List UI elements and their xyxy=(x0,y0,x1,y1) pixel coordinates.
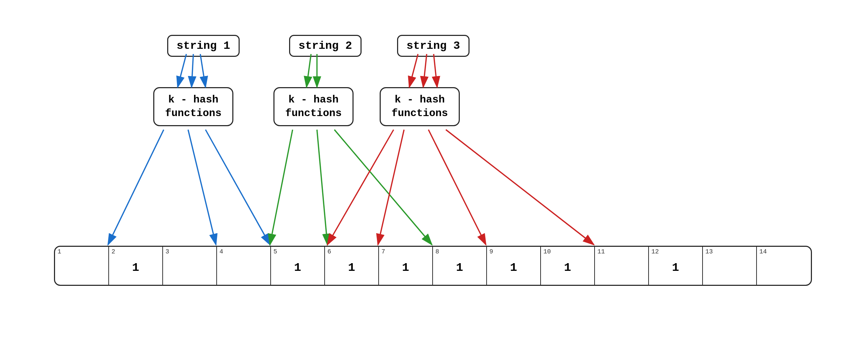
svg-line-15 xyxy=(317,130,327,245)
bloom-filter-array: 121345161718191101111211314 xyxy=(54,246,812,286)
cell-index-10: 10 xyxy=(543,248,551,255)
array-cell-14: 14 xyxy=(757,247,811,285)
cell-index-9: 9 xyxy=(489,248,493,255)
array-cell-4: 4 xyxy=(217,247,271,285)
cell-index-1: 1 xyxy=(57,248,61,255)
svg-line-20 xyxy=(446,130,594,245)
array-cell-5: 51 xyxy=(271,247,325,285)
cell-index-2: 2 xyxy=(111,248,115,255)
string2-box: string 2 xyxy=(289,35,362,57)
cell-value-2: 1 xyxy=(132,261,139,274)
array-cell-8: 81 xyxy=(433,247,487,285)
cell-index-3: 3 xyxy=(165,248,169,255)
svg-line-3 xyxy=(178,54,186,87)
svg-line-13 xyxy=(206,130,270,245)
string3-label: string 3 xyxy=(406,39,460,52)
svg-line-11 xyxy=(108,130,164,245)
hash-box-1: k - hashfunctions xyxy=(153,87,233,126)
cell-value-7: 1 xyxy=(402,261,409,274)
cell-value-9: 1 xyxy=(510,261,517,274)
hash1-label: k - hashfunctions xyxy=(165,94,222,119)
string2-label: string 2 xyxy=(299,39,352,52)
array-cell-13: 13 xyxy=(703,247,757,285)
string1-label: string 1 xyxy=(177,39,230,52)
cell-value-5: 1 xyxy=(294,261,301,274)
cell-index-12: 12 xyxy=(651,248,659,255)
svg-line-19 xyxy=(428,130,486,245)
array-cell-10: 101 xyxy=(541,247,595,285)
svg-line-5 xyxy=(200,54,206,87)
array-cell-7: 71 xyxy=(379,247,433,285)
svg-line-17 xyxy=(327,130,394,245)
svg-line-18 xyxy=(378,130,404,245)
cell-value-8: 1 xyxy=(456,261,463,274)
array-cell-9: 91 xyxy=(487,247,541,285)
array-cell-12: 121 xyxy=(649,247,703,285)
svg-line-6 xyxy=(307,54,311,87)
svg-line-9 xyxy=(423,54,427,87)
hash-box-3: k - hashfunctions xyxy=(380,87,460,126)
array-cell-3: 3 xyxy=(163,247,217,285)
hash3-label: k - hashfunctions xyxy=(392,94,448,119)
cell-index-11: 11 xyxy=(597,248,605,255)
string1-box: string 1 xyxy=(167,35,240,57)
cell-index-5: 5 xyxy=(273,248,277,255)
cell-index-6: 6 xyxy=(327,248,331,255)
array-cell-1: 1 xyxy=(55,247,109,285)
cell-index-7: 7 xyxy=(381,248,385,255)
cell-index-4: 4 xyxy=(219,248,223,255)
svg-line-12 xyxy=(188,130,216,245)
cell-index-8: 8 xyxy=(435,248,439,255)
hash-box-2: k - hashfunctions xyxy=(273,87,354,126)
cell-value-6: 1 xyxy=(348,261,355,274)
cell-value-12: 1 xyxy=(672,261,679,274)
cell-index-13: 13 xyxy=(705,248,713,255)
array-cell-6: 61 xyxy=(325,247,379,285)
cell-value-10: 1 xyxy=(564,261,571,274)
cell-index-14: 14 xyxy=(759,248,767,255)
svg-line-8 xyxy=(409,54,418,87)
diagram-container: string 1 string 2 string 3 k - hashfunct… xyxy=(0,0,868,343)
hash2-label: k - hashfunctions xyxy=(285,94,342,119)
string3-box: string 3 xyxy=(397,35,470,57)
svg-line-16 xyxy=(334,130,432,245)
svg-line-10 xyxy=(434,54,437,87)
array-cell-11: 11 xyxy=(595,247,649,285)
svg-line-4 xyxy=(192,54,193,87)
array-cell-2: 21 xyxy=(109,247,163,285)
svg-line-14 xyxy=(270,130,293,245)
